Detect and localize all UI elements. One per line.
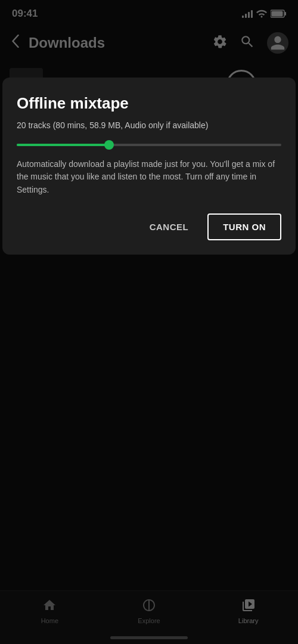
modal-description: Automatically download a playlist made j… (17, 158, 281, 197)
turn-on-button[interactable]: TURN ON (207, 213, 281, 240)
slider-fill (17, 144, 109, 146)
slider-thumb (104, 140, 114, 150)
modal-card: Offline mixtape 20 tracks (80 mins, 58.9… (2, 78, 296, 255)
modal-title: Offline mixtape (17, 94, 281, 113)
modal-subtitle: 20 tracks (80 mins, 58.9 MB, Audio only … (17, 120, 281, 132)
cancel-button[interactable]: CANCEL (140, 215, 198, 239)
track-count-slider[interactable] (17, 144, 281, 146)
modal-buttons: CANCEL TURN ON (17, 213, 281, 240)
slider-track (17, 144, 281, 146)
